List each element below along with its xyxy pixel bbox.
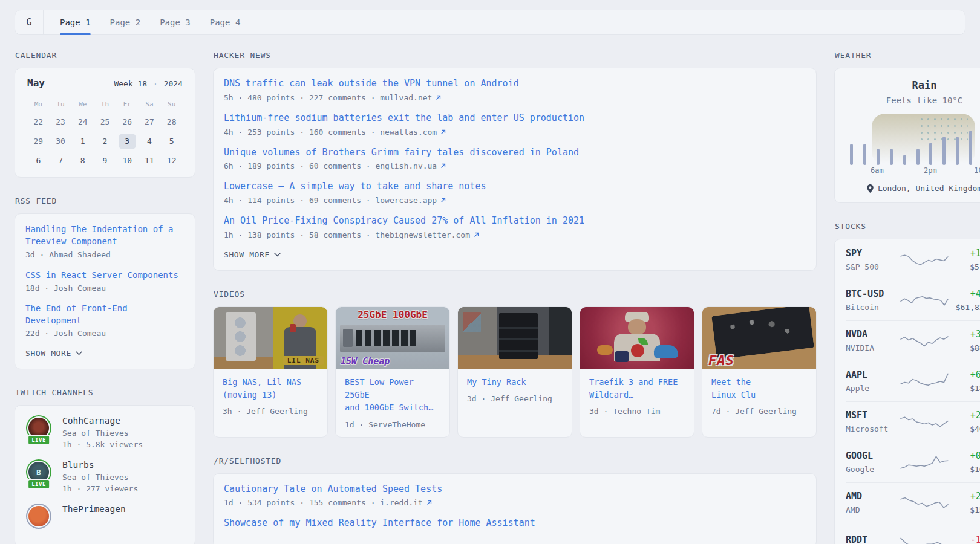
hn-item: Lowercase – A simple way to take and sha… bbox=[224, 180, 806, 205]
weather-bar bbox=[903, 155, 906, 165]
weather-section-label: WEATHER bbox=[835, 51, 980, 60]
stock-sparkline bbox=[899, 412, 950, 432]
rss-item-meta: 18d · Josh Comeau bbox=[25, 283, 106, 293]
video-title-link[interactable]: Meet the Linux Clu bbox=[711, 376, 807, 402]
weekday-label: Th bbox=[94, 99, 116, 111]
video-thumbnail[interactable]: 25GbE 100GbE 15W Cheap bbox=[336, 307, 449, 369]
hn-item-meta: 6h · 189 points · 60 comments · english.… bbox=[224, 161, 437, 170]
calendar-day: 26 bbox=[119, 114, 136, 130]
video-card: FAS Meet the Linux Clu 7d · Jeff Geerlin… bbox=[702, 306, 817, 438]
hn-item-link[interactable]: DNS traffic can leak outside the VPN tun… bbox=[224, 78, 519, 89]
live-badge: LIVE bbox=[27, 479, 50, 490]
hn-show-more-label: SHOW MORE bbox=[224, 250, 270, 259]
stock-row[interactable]: MSFT Microsoft +2.24% $406.76 bbox=[846, 401, 980, 442]
video-thumbnail[interactable] bbox=[458, 307, 572, 369]
tab-page-3[interactable]: Page 3 bbox=[160, 10, 191, 34]
calendar-week: Week 18 bbox=[114, 79, 147, 88]
calendar-day-grid: MoTuWeThFrSaSu22232425262728293012345678… bbox=[27, 99, 183, 169]
weather-bar bbox=[850, 144, 853, 165]
video-title-link[interactable]: Big NAS, Lil NAS (moving 13) bbox=[223, 376, 318, 402]
stock-row[interactable]: GOOGL Google +0.25% $167.03 bbox=[846, 442, 980, 482]
rss-item-link[interactable]: CSS in React Server Components bbox=[25, 270, 178, 280]
weather-location[interactable]: London, United Kingdom bbox=[849, 184, 980, 193]
hn-item-link[interactable]: Unique volumes of Brothers Grimm fairy t… bbox=[224, 147, 579, 158]
app-logo[interactable]: G bbox=[15, 10, 44, 34]
twitch-channel-info: ThePrimeagen bbox=[62, 504, 126, 531]
twitch-game[interactable]: Sea of Thieves bbox=[62, 473, 138, 482]
weather-bar bbox=[929, 143, 932, 165]
stock-row[interactable]: RDDT -1.59% bbox=[846, 523, 980, 544]
right-column: WEATHER Rain Feels like 10°C 12° 6am2pm1… bbox=[834, 51, 980, 544]
rss-item: Handling The Indentation of a Treeview C… bbox=[25, 223, 185, 259]
rss-show-more-button[interactable]: SHOW MORE bbox=[25, 349, 82, 358]
stock-name: Apple bbox=[846, 384, 899, 393]
stock-row[interactable]: AMD AMD +2.97% $150.50 bbox=[846, 482, 980, 523]
twitch-channel-name[interactable]: Blurbs bbox=[62, 460, 138, 470]
twitch-channel-name[interactable]: ThePrimeagen bbox=[62, 504, 126, 514]
stock-ticker: SPY bbox=[846, 248, 899, 259]
hacker-news-section-label: HACKER NEWS bbox=[214, 51, 817, 60]
video-card: 25GbE 100GbE 15W Cheap BEST Low Power 25… bbox=[335, 306, 450, 438]
stock-sparkline bbox=[899, 290, 950, 311]
chevron-down-icon bbox=[76, 351, 82, 355]
rss-item: CSS in React Server Components 18d · Jos… bbox=[25, 269, 185, 293]
weather-bar bbox=[916, 149, 920, 165]
video-thumbnail[interactable]: FAS bbox=[702, 307, 816, 369]
tab-page-4[interactable]: Page 4 bbox=[210, 10, 241, 34]
stock-sparkline bbox=[899, 493, 950, 513]
stock-ticker: RDDT bbox=[846, 534, 899, 544]
weather-condition: Rain bbox=[849, 79, 980, 91]
hn-item-link[interactable]: Lithium-free sodium batteries exit the l… bbox=[224, 112, 584, 123]
stock-change: +3.49% bbox=[950, 329, 980, 340]
twitch-section-label: TWITCH CHANNELS bbox=[15, 388, 195, 397]
left-column: CALENDAR May Week 18 · 2024 MoTuWeThFrSa… bbox=[15, 51, 195, 544]
rss-show-more-label: SHOW MORE bbox=[25, 349, 71, 358]
stock-change: +2.24% bbox=[950, 410, 980, 421]
video-title-link[interactable]: Traefik 3 and FREE Wildcard… bbox=[589, 376, 685, 402]
video-title-link[interactable]: BEST Low Power 25GbE and 100GbE Switch… bbox=[345, 376, 440, 415]
video-thumbnail[interactable]: LIL NAS bbox=[214, 307, 327, 369]
calendar-week-year: Week 18 · 2024 bbox=[114, 79, 183, 88]
calendar-header: May Week 18 · 2024 bbox=[27, 77, 183, 89]
hn-item-link[interactable]: An Oil Price-Fixing Conspiracy Caused 27… bbox=[224, 215, 584, 226]
hn-item-link[interactable]: Lowercase – A simple way to take and sha… bbox=[224, 181, 486, 192]
stock-row[interactable]: SPY S&P 500 +1.32% $511.69 bbox=[846, 240, 980, 280]
reddit-item: Showcase of my Mixed Reality Interface f… bbox=[224, 517, 806, 530]
video-title-link[interactable]: My Tiny Rack bbox=[467, 376, 563, 389]
calendar-card: May Week 18 · 2024 MoTuWeThFrSaSu2223242… bbox=[15, 68, 195, 178]
stock-row[interactable]: BTC-USD Bitcoin +4.56% $61,820.02 bbox=[846, 280, 980, 320]
thumb-decor bbox=[597, 345, 613, 355]
weather-bar bbox=[890, 149, 893, 165]
stock-row[interactable]: AAPL Apple +6.63% $184.51 bbox=[846, 361, 980, 401]
dashboard-columns: CALENDAR May Week 18 · 2024 MoTuWeThFrSa… bbox=[15, 51, 965, 544]
hn-item-meta: 4h · 114 points · 69 comments · lowercas… bbox=[224, 196, 437, 205]
calendar-day: 2 bbox=[96, 134, 114, 149]
tab-page-1[interactable]: Page 1 bbox=[60, 10, 91, 34]
weather-bar bbox=[863, 144, 866, 165]
stock-ticker: NVDA bbox=[846, 329, 899, 340]
video-thumbnail[interactable] bbox=[580, 307, 694, 369]
rss-item-link[interactable]: Handling The Indentation of a Treeview C… bbox=[25, 224, 173, 246]
stock-name: Google bbox=[846, 465, 899, 474]
stock-change: +4.56% bbox=[950, 288, 980, 299]
stock-ticker: AAPL bbox=[846, 369, 899, 380]
hn-show-more-button[interactable]: SHOW MORE bbox=[224, 250, 281, 259]
rss-item-link[interactable]: The End of Front-End Development bbox=[25, 303, 128, 325]
calendar-separator: · bbox=[153, 79, 158, 88]
hn-item: Unique volumes of Brothers Grimm fairy t… bbox=[224, 146, 806, 171]
reddit-item-link[interactable]: Cautionary Tale on Automated Speed Tests bbox=[224, 484, 442, 494]
reddit-item-link[interactable]: Showcase of my Mixed Reality Interface f… bbox=[224, 517, 535, 528]
twitch-channel-name[interactable]: CohhCarnage bbox=[62, 416, 143, 426]
stock-name: AMD bbox=[846, 505, 899, 514]
twitch-widget: TWITCH CHANNELS LIVE CohhCarnage Sea of … bbox=[15, 388, 195, 544]
thumb-decor bbox=[638, 338, 648, 345]
tab-page-2[interactable]: Page 2 bbox=[110, 10, 141, 34]
twitch-game[interactable]: Sea of Thieves bbox=[62, 429, 143, 438]
weekday-label: Mo bbox=[27, 99, 50, 111]
calendar-day: 27 bbox=[141, 114, 158, 130]
external-link-icon bbox=[440, 198, 446, 203]
calendar-day: 28 bbox=[163, 114, 180, 130]
twitch-card: LIVE CohhCarnage Sea of Thieves 1h · 5.8… bbox=[15, 405, 195, 544]
stock-row[interactable]: NVDA NVIDIA +3.49% $888.12 bbox=[846, 320, 980, 361]
weather-time-label: 10pm bbox=[974, 166, 980, 175]
